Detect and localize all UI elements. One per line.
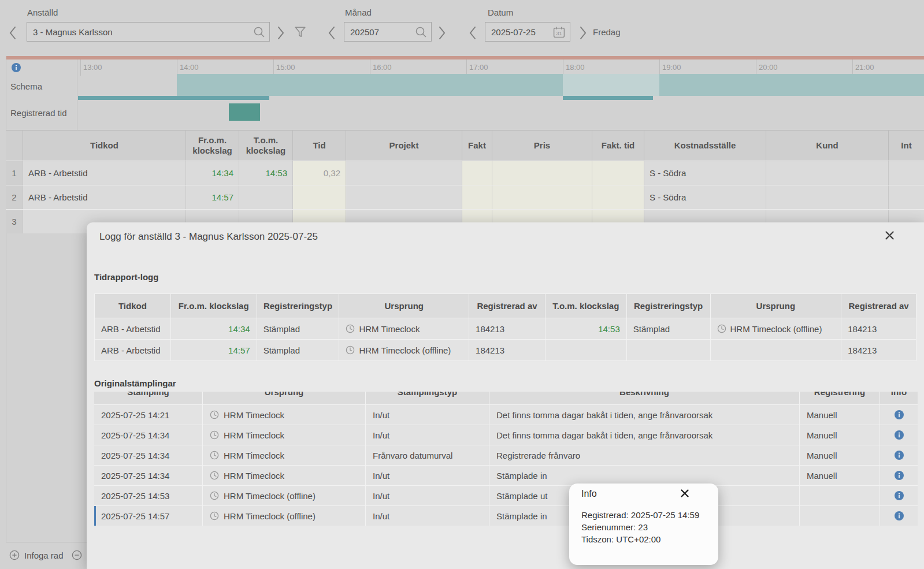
kostnadsstalle-cell[interactable]: S - Södra	[644, 185, 766, 209]
pris-cell[interactable]	[492, 185, 592, 209]
table-row[interactable]: 2025-07-25 14:53 HRM Timeclock (offline)…	[94, 485, 918, 505]
hour-label: 16:00	[373, 63, 392, 72]
log-header-row-clipped: Stämpling Ursprung Stämplingstyp Beskriv…	[94, 392, 918, 404]
fakt-cell[interactable]	[462, 185, 492, 209]
original-stamps-table: Stämpling Ursprung Stämplingstyp Beskriv…	[94, 392, 918, 526]
table-row-selected[interactable]: 2025-07-25 14:57 HRM Timeclock (offline)…	[94, 505, 918, 526]
registrering-cell	[800, 486, 880, 505]
to-time-cell	[546, 340, 627, 360]
ursprung-cell: HRM Timeclock	[203, 466, 366, 485]
to-time-cell[interactable]	[239, 185, 293, 209]
employee-field[interactable]	[27, 22, 270, 42]
table-row[interactable]: 2025-07-25 14:34 HRM Timeclock In/ut Det…	[94, 425, 918, 445]
stamplingstyp-cell: In/ut	[366, 506, 489, 526]
chevron-right-icon	[578, 25, 588, 40]
registrerad-av-cell: 184213	[841, 318, 916, 339]
info-icon	[895, 451, 904, 460]
date-next-button[interactable]	[578, 25, 588, 40]
clock-icon	[210, 430, 219, 440]
column-header: Beskrivning	[489, 392, 800, 404]
month-prev-button[interactable]	[327, 25, 336, 40]
insert-row-button[interactable]: Infoga rad	[9, 550, 82, 560]
tidkod-cell[interactable]: ARB - Arbetstid	[23, 185, 186, 209]
chevron-right-icon	[437, 25, 447, 40]
ursprung-cell: HRM Timeclock (offline)	[339, 340, 469, 360]
date-input[interactable]	[485, 27, 552, 37]
table-row[interactable]: 2025-07-25 14:21 HRM Timeclock In/ut Det…	[94, 404, 918, 425]
original-stamps-heading: Originalstämplingar	[94, 378, 176, 388]
tid-cell[interactable]	[293, 185, 346, 209]
intern-cell[interactable]	[889, 161, 924, 185]
kostnadsstalle-cell[interactable]: S - Södra	[644, 161, 766, 185]
timeline-label-divider	[77, 59, 77, 130]
row-info-button[interactable]	[880, 506, 918, 526]
table-row[interactable]: 2025-07-25 14:34 HRM Timeclock In/ut Stä…	[94, 465, 918, 485]
popup-title: Info	[581, 489, 597, 499]
to-time-cell[interactable]: 14:53	[239, 161, 293, 185]
date-label: Datum	[488, 8, 513, 17]
date-field[interactable]: 31	[485, 22, 570, 42]
tidkod-cell[interactable]: ARB - Arbetstid	[23, 161, 186, 185]
employee-prev-button[interactable]	[8, 25, 17, 40]
beskrivning-cell: Det finns tomma dagar bakåt i tiden, ang…	[489, 425, 800, 445]
clock-icon	[717, 324, 726, 333]
pris-cell[interactable]	[492, 161, 592, 185]
fakt-tid-cell[interactable]	[592, 161, 644, 185]
info-icon	[895, 491, 904, 500]
stampling-cell: 2025-07-25 14:34	[94, 445, 203, 465]
from-time-cell[interactable]: 14:57	[186, 185, 239, 209]
month-input[interactable]	[344, 27, 415, 37]
row-info-button[interactable]	[880, 486, 918, 505]
hour-tick	[852, 59, 853, 76]
filter-icon[interactable]	[293, 25, 307, 42]
employee-next-button[interactable]	[276, 25, 285, 40]
employee-input[interactable]	[27, 27, 253, 37]
circle-minus-icon[interactable]	[72, 550, 82, 560]
info-popup: Info Registrerad: 2025-07-25 14:59 Serie…	[569, 484, 718, 565]
projekt-cell[interactable]	[346, 185, 462, 209]
month-next-button[interactable]	[437, 25, 447, 40]
month-field[interactable]	[344, 22, 432, 42]
date-prev-button[interactable]	[468, 25, 477, 40]
stamplingstyp-cell: In/ut	[366, 425, 489, 445]
column-header: Tidkod	[95, 294, 171, 318]
table-row[interactable]: 1 ARB - Arbetstid 14:34 14:53 0,32 S - S…	[6, 161, 924, 185]
row-number: 2	[6, 185, 23, 209]
row-info-button[interactable]	[880, 466, 918, 485]
info-icon	[895, 511, 904, 520]
row-info-button[interactable]	[880, 405, 918, 425]
ursprung-cell: HRM Timeclock	[203, 445, 366, 465]
dialog-close-button[interactable]	[884, 230, 895, 243]
timeline-info-icon[interactable]	[12, 63, 21, 75]
fakt-cell[interactable]	[462, 161, 492, 185]
calendar-icon[interactable]: 31	[552, 25, 566, 39]
search-icon[interactable]	[415, 26, 427, 38]
table-row[interactable]: ARB - Arbetstid 14:57 Stämplad HRM Timec…	[95, 339, 916, 360]
table-row[interactable]: 2025-07-25 14:34 HRM Timeclock Frånvaro …	[94, 445, 918, 465]
log-dialog: Logg för anställd 3 - Magnus Karlsson 20…	[87, 222, 924, 569]
stamplingstyp-cell: In/ut	[366, 466, 489, 485]
table-row[interactable]: ARB - Arbetstid 14:34 Stämplad HRM Timec…	[95, 318, 916, 339]
intern-cell[interactable]	[889, 185, 924, 209]
from-time-cell[interactable]: 14:34	[186, 161, 239, 185]
popup-close-button[interactable]	[680, 489, 689, 500]
tidrapport-log-table: Tidkod Fr.o.m. klockslag Registreringsty…	[94, 293, 916, 361]
row-info-button[interactable]	[880, 425, 918, 445]
tid-cell[interactable]: 0,32	[293, 161, 346, 185]
kund-cell[interactable]	[766, 185, 889, 209]
stampling-cell: 2025-07-25 14:57	[94, 506, 203, 526]
tidrapport-log-heading: Tidrapport-logg	[94, 272, 158, 282]
table-row[interactable]: 2 ARB - Arbetstid 14:57 S - Södra	[6, 185, 924, 209]
fakt-tid-cell[interactable]	[592, 185, 644, 209]
ursprung-cell: HRM Timeclock	[203, 425, 366, 445]
row-number-header	[6, 131, 23, 161]
chevron-left-icon	[468, 25, 477, 40]
app-window: Anställd Månad Datum 31 Fredag	[0, 0, 924, 569]
projekt-cell[interactable]	[346, 161, 462, 185]
row-info-button[interactable]	[880, 445, 918, 465]
insert-row-label: Infoga rad	[24, 551, 64, 560]
column-header: Ursprung	[711, 294, 842, 318]
search-icon[interactable]	[253, 26, 265, 38]
kund-cell[interactable]	[766, 161, 889, 185]
ursprung-cell: HRM Timeclock	[203, 405, 366, 425]
